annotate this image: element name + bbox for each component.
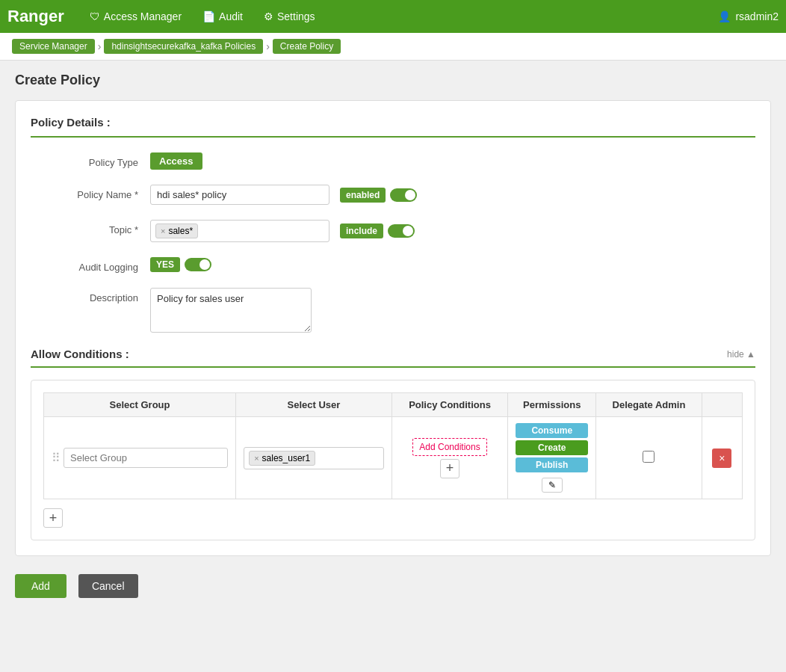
nav-settings[interactable]: ⚙ Settings: [253, 0, 326, 33]
shield-icon: 🛡: [90, 10, 100, 22]
audit-logging-control: YES: [150, 257, 211, 272]
audit-toggle-wrap: YES: [150, 257, 211, 272]
gear-icon: ⚙: [264, 10, 273, 22]
nav-audit[interactable]: 📄 Audit: [192, 0, 253, 33]
breadcrumb-policies[interactable]: hdinsightsecurekafka_kafka Policies: [104, 39, 263, 54]
cancel-button[interactable]: Cancel: [78, 574, 138, 598]
policy-type-row: Policy Type Access: [31, 152, 755, 170]
add-row-btn[interactable]: +: [43, 508, 63, 528]
policy-type-label: Policy Type: [31, 152, 150, 168]
topic-label: Topic *: [31, 220, 150, 235]
enabled-label: enabled: [340, 188, 386, 203]
hide-link[interactable]: hide ▲: [727, 349, 755, 360]
col-delegate-admin: Delegate Admin: [596, 393, 702, 417]
topic-row: Topic * × sales* include: [31, 220, 755, 242]
audit-toggle-knob: [199, 259, 210, 270]
allow-conditions-header: Allow Conditions : hide ▲: [31, 348, 755, 368]
add-conditions-plus-btn[interactable]: +: [440, 459, 459, 478]
breadcrumb-arrow-2: ›: [266, 40, 270, 52]
perm-consume: Consume: [516, 423, 588, 438]
audit-logging-label: Audit Logging: [31, 257, 150, 273]
topic-tag-close[interactable]: ×: [161, 226, 165, 235]
username-label: rsadmin2: [735, 10, 779, 22]
audit-yes-label: YES: [150, 257, 180, 272]
col-select-group: Select Group: [44, 393, 236, 417]
conditions-box: Select Group Select User Policy Conditio…: [31, 380, 755, 540]
enabled-toggle-knob: [405, 190, 415, 200]
permissions-cell: Consume Create Publish ✎: [508, 417, 596, 499]
description-control: Policy for sales user: [150, 288, 312, 333]
drag-handle[interactable]: ⠿: [52, 451, 64, 465]
include-toggle[interactable]: [388, 224, 415, 238]
top-nav: Ranger 🛡 Access Manager 📄 Audit ⚙ Settin…: [0, 0, 786, 33]
page-content: Create Policy Policy Details : Policy Ty…: [0, 61, 786, 625]
topic-tag-input[interactable]: × sales*: [150, 220, 329, 242]
table-row: ⠿ × sales_user1: [44, 417, 743, 499]
conditions-cell: Add Conditions +: [392, 417, 507, 499]
policy-details-title: Policy Details :: [31, 116, 755, 138]
perm-create: Create: [516, 440, 588, 455]
enabled-toggle[interactable]: [390, 188, 417, 202]
breadcrumb: Service Manager › hdinsightsecurekafka_k…: [0, 33, 786, 61]
main-card: Policy Details : Policy Type Access Poli…: [15, 100, 771, 556]
audit-toggle[interactable]: [185, 258, 211, 271]
form-actions: Add Cancel: [15, 568, 771, 613]
audit-logging-row: Audit Logging YES: [31, 257, 755, 273]
policy-type-control: Access: [150, 152, 202, 170]
app-brand: Ranger: [7, 7, 64, 26]
group-cell: ⠿: [44, 417, 236, 499]
table-header-row: Select Group Select User Policy Conditio…: [44, 393, 743, 417]
delegate-admin-checkbox[interactable]: [643, 451, 655, 463]
allow-conditions-section: Allow Conditions : hide ▲ Select Group S…: [31, 348, 755, 540]
col-permissions: Permissions: [508, 393, 596, 417]
topic-control: × sales* include: [150, 220, 415, 242]
conditions-table: Select Group Select User Policy Conditio…: [43, 392, 743, 499]
policy-name-row: Policy Name * enabled: [31, 185, 755, 205]
col-policy-conditions: Policy Conditions: [392, 393, 507, 417]
breadcrumb-arrow-1: ›: [98, 40, 102, 52]
user-tag-close[interactable]: ×: [254, 454, 259, 463]
nav-access-manager[interactable]: 🛡 Access Manager: [79, 0, 192, 33]
description-row: Description Policy for sales user: [31, 288, 755, 333]
policy-name-input[interactable]: [150, 185, 329, 205]
add-conditions-link[interactable]: Add Conditions: [412, 438, 486, 456]
enabled-toggle-wrap: enabled: [340, 188, 417, 203]
permissions-edit-btn[interactable]: ✎: [542, 478, 563, 493]
user-tag-input[interactable]: × sales_user1: [244, 447, 384, 469]
include-label: include: [340, 224, 383, 238]
doc-icon: 📄: [202, 10, 215, 22]
col-actions: [702, 393, 742, 417]
select-group-input[interactable]: [64, 448, 228, 468]
col-select-user: Select User: [236, 393, 392, 417]
topic-tag: × sales*: [155, 224, 198, 238]
breadcrumb-create-policy[interactable]: Create Policy: [273, 39, 341, 54]
user-cell: × sales_user1: [236, 417, 392, 499]
policy-type-badge: Access: [150, 152, 202, 170]
user-info: 👤 rsadmin2: [718, 10, 779, 22]
delegate-admin-cell: [596, 417, 702, 499]
include-toggle-knob: [403, 226, 413, 236]
policy-name-label: Policy Name *: [31, 185, 150, 200]
user-tag-value: sales_user1: [262, 453, 311, 463]
allow-conditions-title: Allow Conditions :: [31, 348, 129, 360]
user-tag: × sales_user1: [249, 451, 315, 466]
include-toggle-wrap: include: [340, 224, 415, 238]
page-title: Create Policy: [15, 73, 771, 88]
policy-name-control: enabled: [150, 185, 417, 205]
breadcrumb-service-manager[interactable]: Service Manager: [12, 39, 95, 54]
description-textarea[interactable]: Policy for sales user: [150, 288, 312, 333]
topic-tag-value: sales*: [168, 226, 193, 236]
delete-cell: ×: [702, 417, 742, 499]
description-label: Description: [31, 288, 150, 303]
user-icon: 👤: [718, 10, 731, 22]
delete-row-btn[interactable]: ×: [712, 448, 731, 468]
add-button[interactable]: Add: [15, 574, 66, 598]
perm-publish: Publish: [516, 457, 588, 472]
